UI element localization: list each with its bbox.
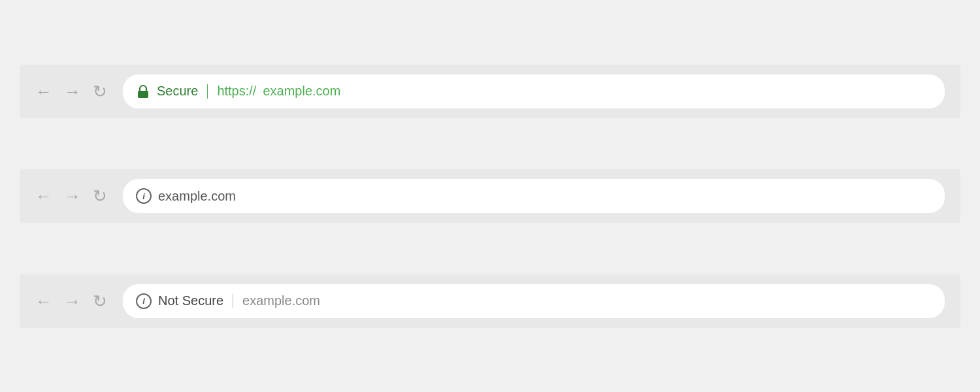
address-bar-not-secure[interactable]: i Not Secure example.com xyxy=(123,284,945,318)
secure-label: Secure xyxy=(157,84,198,99)
svg-rect-0 xyxy=(138,91,148,98)
nav-buttons-1: ← → ↻ xyxy=(35,83,107,100)
info-icon-1: i xyxy=(136,188,152,204)
address-bar-secure[interactable]: Secure https:// example.com xyxy=(123,74,945,108)
url-https-prefix: https:// xyxy=(217,84,256,99)
secure-divider xyxy=(207,84,208,99)
back-button-1[interactable]: ← xyxy=(35,83,52,100)
lock-icon xyxy=(136,84,150,99)
not-secure-label: Not Secure xyxy=(158,293,223,308)
reload-button-3[interactable]: ↻ xyxy=(93,293,107,310)
reload-button-1[interactable]: ↻ xyxy=(93,83,107,100)
browser-bar-not-secure: ← → ↻ i Not Secure example.com xyxy=(20,274,960,328)
url-domain-info: example.com xyxy=(158,189,236,204)
url-domain-secure: example.com xyxy=(263,84,340,99)
forward-button-1[interactable]: → xyxy=(64,83,81,100)
forward-button-3[interactable]: → xyxy=(64,293,81,310)
not-secure-divider xyxy=(233,294,233,308)
nav-buttons-3: ← → ↻ xyxy=(35,293,107,310)
forward-button-2[interactable]: → xyxy=(64,188,81,204)
url-domain-not-secure: example.com xyxy=(242,293,320,308)
address-bar-info[interactable]: i example.com xyxy=(123,179,945,213)
back-button-2[interactable]: ← xyxy=(35,188,52,204)
browser-bar-secure: ← → ↻ Secure https:// example.com xyxy=(20,65,960,118)
browser-bar-info: ← → ↻ i example.com xyxy=(20,169,960,223)
info-icon-2: i xyxy=(136,293,152,309)
nav-buttons-2: ← → ↻ xyxy=(35,188,107,204)
back-button-3[interactable]: ← xyxy=(35,293,52,310)
reload-button-2[interactable]: ↻ xyxy=(93,188,107,204)
